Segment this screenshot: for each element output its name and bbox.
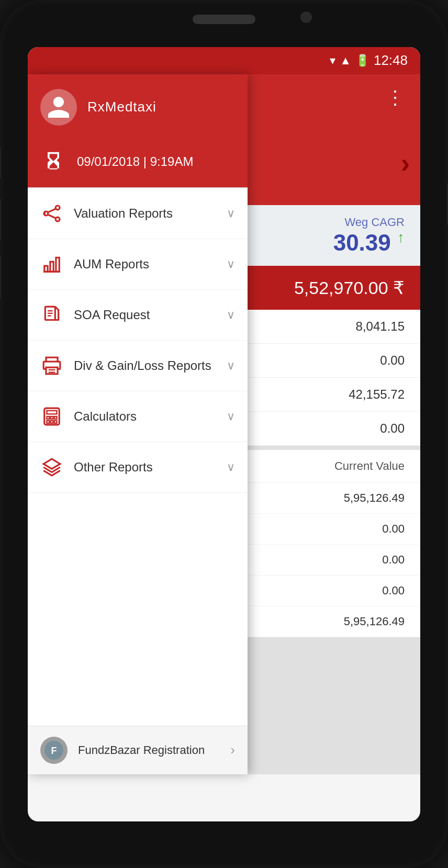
valuation-reports-icon: [40, 202, 63, 225]
signal-icon: ▲: [340, 54, 351, 67]
more-options-icon[interactable]: ⋮: [386, 87, 405, 109]
phone-frame: ▾ ▲ 🔋 12:48 ⋮ .49 ₹ ›: [0, 0, 448, 868]
phone-camera: [300, 12, 312, 23]
svg-rect-22: [54, 416, 57, 419]
status-bar: ▾ ▲ 🔋 12:48: [28, 47, 420, 74]
layers-icon: [42, 457, 62, 477]
clock-icon: [40, 149, 66, 175]
fundzbazar-registration[interactable]: F FundzBazar Registration ›: [28, 726, 248, 774]
share-network-icon: [42, 204, 62, 223]
status-icons: ▾ ▲ 🔋 12:48: [330, 52, 408, 69]
svg-rect-19: [47, 410, 57, 413]
soa-request-icon: [40, 303, 63, 326]
bar-chart-icon: [42, 254, 62, 274]
phone-speaker: [193, 15, 255, 24]
svg-line-3: [48, 209, 55, 212]
drawer-header: RxMedtaxi 09/01/2018 | 9:19AM: [28, 74, 248, 187]
hourglass-icon: [42, 150, 65, 173]
svg-point-1: [55, 205, 60, 209]
aum-reports-chevron: ∨: [227, 257, 235, 271]
fundzbazar-icon: F: [40, 737, 68, 764]
svg-line-4: [48, 215, 55, 218]
calculators-chevron: ∨: [227, 410, 235, 423]
other-reports-chevron: ∨: [227, 460, 235, 474]
svg-rect-14: [46, 357, 58, 362]
mute-button: [0, 256, 1, 298]
avatar: [40, 89, 77, 126]
wifi-icon: ▾: [330, 54, 335, 67]
fundzbazar-logo: F: [43, 740, 64, 761]
svg-rect-24: [51, 420, 53, 423]
soa-request-label: SOA Request: [74, 308, 216, 322]
calculators-label: Calculators: [74, 409, 216, 424]
soa-request-chevron: ∨: [227, 308, 235, 322]
status-time: 12:48: [374, 52, 408, 69]
menu-item-other-reports[interactable]: Other Reports ∨: [28, 442, 248, 493]
div-gain-loss-icon: [40, 354, 63, 377]
user-icon: [46, 94, 72, 120]
printer-icon: [42, 356, 62, 376]
svg-rect-8: [56, 257, 59, 272]
battery-icon: 🔋: [355, 54, 369, 67]
svg-rect-7: [50, 262, 53, 272]
menu-item-soa-request[interactable]: SOA Request ∨: [28, 290, 248, 341]
div-gain-loss-chevron: ∨: [227, 359, 235, 373]
navigation-drawer: RxMedtaxi 09/01/2018 | 9:19AM: [28, 74, 248, 774]
other-reports-icon: [40, 456, 63, 479]
menu-item-div-gain-loss[interactable]: Div & Gain/Loss Reports ∨: [28, 341, 248, 391]
menu-item-aum-reports[interactable]: AUM Reports ∨: [28, 239, 248, 290]
svg-point-2: [55, 217, 60, 221]
main-layout: ⋮ .49 ₹ › Weg CAGR 30.39 ↑: [28, 74, 420, 774]
svg-rect-15: [46, 367, 58, 374]
menu-item-valuation-reports[interactable]: Valuation Reports ∨: [28, 188, 248, 239]
phone-screen: ▾ ▲ 🔋 12:48 ⋮ .49 ₹ ›: [28, 47, 420, 821]
username: RxMedtaxi: [87, 99, 156, 115]
other-reports-label: Other Reports: [74, 460, 216, 475]
document-icon: [42, 305, 62, 325]
div-gain-loss-label: Div & Gain/Loss Reports: [74, 358, 216, 373]
nav-arrow[interactable]: ›: [401, 148, 410, 179]
calculators-icon: [40, 405, 63, 428]
svg-rect-6: [44, 266, 48, 272]
svg-rect-23: [47, 420, 50, 423]
fundzbazar-arrow: ›: [230, 742, 235, 758]
svg-rect-20: [47, 416, 50, 419]
volume-down-button: [0, 199, 1, 241]
aum-reports-icon: [40, 253, 63, 276]
last-sync-date: 09/01/2018 | 9:19AM: [77, 154, 193, 169]
valuation-reports-label: Valuation Reports: [74, 206, 216, 221]
svg-marker-26: [43, 459, 60, 469]
svg-rect-21: [51, 416, 53, 419]
volume-up-button: [0, 146, 1, 178]
svg-rect-25: [54, 420, 57, 423]
svg-text:F: F: [51, 745, 57, 756]
valuation-reports-chevron: ∨: [227, 207, 235, 220]
calculator-icon: [42, 407, 62, 426]
drawer-user-row: RxMedtaxi: [28, 74, 248, 140]
menu-item-calculators[interactable]: Calculators ∨: [28, 391, 248, 442]
drawer-date-row: 09/01/2018 | 9:19AM: [28, 140, 248, 187]
aum-reports-label: AUM Reports: [74, 257, 216, 272]
fundzbazar-label: FundzBazar Registration: [78, 743, 220, 757]
